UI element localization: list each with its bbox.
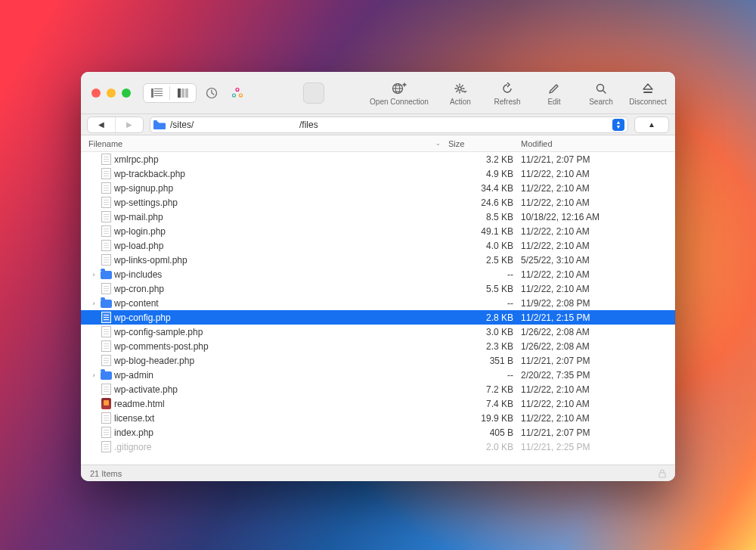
file-row[interactable]: wp-login.php49.1 KB11/2/22, 2:10 AM <box>81 224 675 238</box>
file-name: wp-config.php <box>113 312 448 323</box>
folder-icon <box>153 120 166 129</box>
file-row[interactable]: readme.html7.4 KB11/2/22, 2:10 AM <box>81 396 675 411</box>
file-size: 19.9 KB <box>448 413 521 424</box>
svg-rect-2 <box>154 91 163 92</box>
file-modified: 11/2/22, 2:10 AM <box>521 241 668 251</box>
file-modified: 11/2/22, 2:10 AM <box>521 169 668 179</box>
nav-history: ◀ ▶ <box>87 117 144 133</box>
file-row[interactable]: wp-settings.php24.6 KB11/2/22, 2:10 AM <box>81 195 675 210</box>
file-modified: 5/25/22, 3:10 AM <box>521 255 668 266</box>
chevron-down-icon: ▼ <box>616 125 621 129</box>
file-row[interactable]: ›wp-content--11/9/22, 2:08 PM <box>81 296 675 310</box>
file-row[interactable]: license.txt19.9 KB11/2/22, 2:10 AM <box>81 411 675 425</box>
eject-icon <box>641 83 655 94</box>
path-input[interactable]: /sites/ /files ▲ ▼ <box>150 117 628 133</box>
file-row[interactable]: wp-blog-header.php351 B11/2/21, 2:07 PM <box>81 353 675 368</box>
file-modified: 11/2/22, 2:10 AM <box>521 183 668 194</box>
file-row[interactable]: ›wp-admin--2/20/22, 7:35 PM <box>81 368 675 382</box>
up-directory-button[interactable]: ▲ <box>634 117 669 133</box>
column-view-button[interactable] <box>170 83 196 103</box>
file-row[interactable]: wp-config-sample.php3.0 KB1/26/22, 2:08 … <box>81 325 675 339</box>
file-icon <box>99 197 113 208</box>
file-icon <box>99 168 113 179</box>
edit-button[interactable]: Edit <box>533 80 575 106</box>
expand-toggle[interactable]: › <box>88 300 99 307</box>
file-name: wp-blog-header.php <box>113 356 448 366</box>
file-row[interactable]: index.php405 B11/2/21, 2:07 PM <box>81 425 675 440</box>
file-icon <box>99 283 113 294</box>
file-row[interactable]: wp-mail.php8.5 KB10/18/22, 12:16 AM <box>81 210 675 224</box>
svg-rect-7 <box>185 89 188 98</box>
file-icon <box>99 384 113 395</box>
open-connection-label: Open Connection <box>370 98 429 106</box>
file-row[interactable]: xmlrpc.php3.2 KB11/2/21, 2:07 PM <box>81 152 675 166</box>
file-size: 7.4 KB <box>448 399 521 409</box>
expand-toggle[interactable]: › <box>88 371 99 379</box>
sort-descending-icon: ⌄ <box>435 140 441 147</box>
disconnect-button[interactable]: Disconnect <box>627 80 669 106</box>
open-connection-button[interactable]: Open Connection <box>364 80 435 106</box>
file-row[interactable]: ›wp-includes--11/2/22, 2:10 AM <box>81 267 675 281</box>
file-row[interactable]: wp-cron.php5.5 KB11/2/22, 2:10 AM <box>81 281 675 296</box>
file-name: wp-settings.php <box>113 197 448 208</box>
action-button[interactable]: Action <box>439 80 482 106</box>
file-modified: 1/26/22, 2:08 AM <box>521 341 668 352</box>
file-row[interactable]: wp-comments-post.php2.3 KB1/26/22, 2:08 … <box>81 339 675 353</box>
file-icon <box>99 427 113 438</box>
file-size: 4.0 KB <box>448 241 521 251</box>
file-modified: 11/2/22, 2:10 AM <box>521 384 668 395</box>
header-filename[interactable]: Filename ⌄ <box>88 139 448 148</box>
header-size[interactable]: Size <box>448 139 521 148</box>
svg-rect-1 <box>154 89 163 89</box>
clock-icon <box>206 87 218 99</box>
file-row[interactable]: wp-activate.php7.2 KB11/2/22, 2:10 AM <box>81 382 675 396</box>
column-headers: Filename ⌄ Size Modified <box>81 135 675 152</box>
refresh-label: Refresh <box>494 98 520 106</box>
file-icon <box>99 225 113 237</box>
file-row[interactable]: wp-trackback.php4.9 KB11/2/22, 2:10 AM <box>81 166 675 181</box>
header-modified[interactable]: Modified <box>521 139 668 148</box>
file-modified: 11/2/21, 2:07 PM <box>521 427 668 438</box>
file-name: wp-mail.php <box>113 212 448 222</box>
path-bar: ◀ ▶ /sites/ /files ▲ ▼ ▲ <box>81 114 675 135</box>
file-icon <box>99 154 113 165</box>
list-view-button[interactable] <box>144 83 169 103</box>
file-size: 7.2 KB <box>448 384 521 395</box>
file-row[interactable]: wp-links-opml.php2.5 KB5/25/22, 3:10 AM <box>81 253 675 267</box>
file-modified: 11/2/22, 2:10 AM <box>521 197 668 208</box>
search-button[interactable]: Search <box>580 80 622 106</box>
file-icon <box>99 326 113 337</box>
close-window-button[interactable] <box>91 89 101 98</box>
svg-point-11 <box>240 94 243 97</box>
refresh-icon <box>501 82 513 95</box>
file-row[interactable]: .gitignore2.0 KB11/2/21, 2:25 PM <box>81 440 675 454</box>
back-button[interactable]: ◀ <box>88 117 115 132</box>
folder-icon <box>99 269 113 279</box>
file-name: wp-load.php <box>113 241 448 251</box>
file-icon <box>99 312 113 323</box>
window-controls <box>91 89 131 98</box>
minimize-window-button[interactable] <box>107 89 116 98</box>
file-icon <box>99 211 113 222</box>
file-name: wp-signup.php <box>113 183 448 194</box>
svg-rect-4 <box>154 95 163 96</box>
edit-label: Edit <box>547 98 560 106</box>
file-row[interactable]: wp-load.php4.0 KB11/2/22, 2:10 AM <box>81 238 675 253</box>
forward-button[interactable]: ▶ <box>116 117 143 132</box>
column-view-icon <box>178 89 188 98</box>
file-row[interactable]: wp-config.php2.8 KB11/2/21, 2:15 PM <box>81 310 675 325</box>
svg-rect-17 <box>153 120 157 123</box>
history-button[interactable] <box>201 83 222 103</box>
svg-point-10 <box>233 94 236 97</box>
expand-toggle[interactable]: › <box>88 271 99 278</box>
file-list[interactable]: xmlrpc.php3.2 KB11/2/21, 2:07 PMwp-track… <box>81 152 675 465</box>
maximize-window-button[interactable] <box>122 89 131 98</box>
file-row[interactable]: wp-signup.php34.4 KB11/2/22, 2:10 AM <box>81 181 675 195</box>
disconnect-label: Disconnect <box>629 98 666 106</box>
folder-icon <box>99 298 113 308</box>
refresh-button[interactable]: Refresh <box>486 80 528 106</box>
file-size: 3.0 KB <box>448 327 521 337</box>
bonjour-button[interactable] <box>227 83 248 103</box>
file-name: wp-includes <box>113 269 448 280</box>
path-dropdown-button[interactable]: ▲ ▼ <box>612 119 624 131</box>
